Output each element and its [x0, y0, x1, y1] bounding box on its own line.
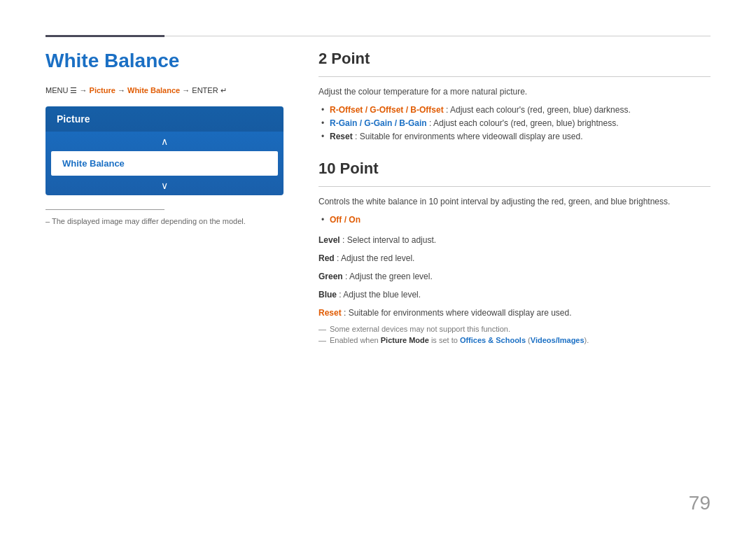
bullet-2: R-Gain / G-Gain / B-Gain : Adjust each c… [318, 117, 710, 130]
note-external: Some external devices may not support th… [318, 325, 710, 333]
note-mid2: ( [526, 336, 531, 344]
note-prefix: Enabled when [330, 336, 381, 344]
menu-arrow-3: → ENTER ↵ [182, 86, 226, 94]
bullet-3: Reset : Suitable for environments where … [318, 130, 710, 143]
section-2point-title: 2 Point [318, 50, 710, 68]
menu-arrow-2: → [118, 86, 127, 94]
bullet-2-text: : Adjust each colour's (red, green, blue… [429, 118, 618, 128]
blue-text: : Adjust the blue level. [339, 290, 421, 300]
reset-text: : Suitable for environments where videow… [344, 308, 572, 318]
note-suffix: ). [584, 336, 589, 344]
menu-white-balance: White Balance [127, 86, 180, 94]
line-red: Red : Adjust the red level. [318, 252, 710, 265]
off-on-highlight: Off / On [330, 215, 360, 225]
red-text: : Adjust the red level. [337, 253, 414, 263]
red-bold: Red [318, 253, 335, 263]
right-column: 2 Point Adjust the colour temperature fo… [304, 50, 710, 344]
page-container: White Balance MENU ☰ → Picture → White B… [0, 0, 756, 534]
line-blue: Blue : Adjust the blue level. [318, 288, 710, 301]
top-rule-container [46, 35, 710, 37]
line-reset: Reset : Suitable for environments where … [318, 307, 710, 319]
top-rule-light [164, 36, 710, 36]
bullet-1-highlight: R-Offset / G-Offset / B-Offset [330, 105, 444, 115]
picture-menu-header: Picture [46, 106, 284, 132]
left-column: White Balance MENU ☰ → Picture → White B… [46, 50, 304, 344]
up-arrow-icon: ∧ [46, 132, 284, 151]
green-bold: Green [318, 272, 343, 281]
note-mid: is set to [429, 336, 460, 344]
menu-picture: Picture [90, 86, 115, 94]
content-area: White Balance MENU ☰ → Picture → White B… [46, 50, 710, 344]
section-1-divider [318, 76, 710, 77]
left-note: – The displayed image may differ dependi… [46, 217, 284, 225]
note-external-text: Some external devices may not support th… [330, 325, 510, 333]
picture-mode-bold: Picture Mode [381, 336, 429, 344]
bullet-3-highlight: Reset [330, 132, 353, 141]
section-2point: 2 Point Adjust the colour temperature fo… [318, 50, 710, 144]
reset-highlight: Reset [318, 308, 342, 318]
level-bold: Level [318, 235, 340, 245]
line-level: Level : Select interval to adjust. [318, 234, 710, 246]
section-10point: 10 Point Controls the white balance in 1… [318, 160, 710, 344]
sub-bullet-off-on: Off / On [318, 213, 710, 227]
menu-arrow-1: → [80, 86, 90, 94]
section-1-bullets: R-Offset / G-Offset / B-Offset : Adjust … [318, 104, 710, 144]
menu-nav: MENU ☰ → Picture → White Balance → ENTER… [46, 86, 284, 95]
bullet-1: R-Offset / G-Offset / B-Offset : Adjust … [318, 104, 710, 117]
bullet-1-text: : Adjust each colour's (red, green, blue… [446, 105, 631, 115]
videos-images-highlight: Videos/Images [531, 336, 584, 344]
page-title: White Balance [46, 50, 284, 72]
menu-keyword: MENU ☰ [46, 86, 77, 94]
top-rule-dark [46, 35, 164, 37]
level-text: : Select interval to adjust. [342, 235, 436, 245]
section-2-divider [318, 186, 710, 187]
picture-menu-selected-item: White Balance [51, 151, 278, 176]
page-number: 79 [689, 492, 710, 514]
left-divider [46, 209, 164, 210]
section-1-desc: Adjust the colour temperature for a more… [318, 85, 710, 98]
offices-schools-highlight: Offices & Schools [460, 336, 526, 344]
section-2-desc: Controls the white balance in 10 point i… [318, 195, 710, 208]
bullet-3-text: : Suitable for environments where videow… [355, 132, 583, 141]
section-10point-title: 10 Point [318, 160, 710, 178]
green-text: : Adjust the green level. [345, 272, 433, 281]
note-picture-mode: Enabled when Picture Mode is set to Offi… [318, 336, 710, 344]
line-green: Green : Adjust the green level. [318, 270, 710, 283]
down-arrow-icon: ∨ [46, 176, 284, 195]
bullet-2-highlight: R-Gain / G-Gain / B-Gain [330, 118, 427, 128]
picture-menu-box: Picture ∧ White Balance ∨ [46, 106, 284, 195]
blue-bold: Blue [318, 290, 337, 300]
section-2-sub-bullets: Off / On [318, 213, 710, 227]
